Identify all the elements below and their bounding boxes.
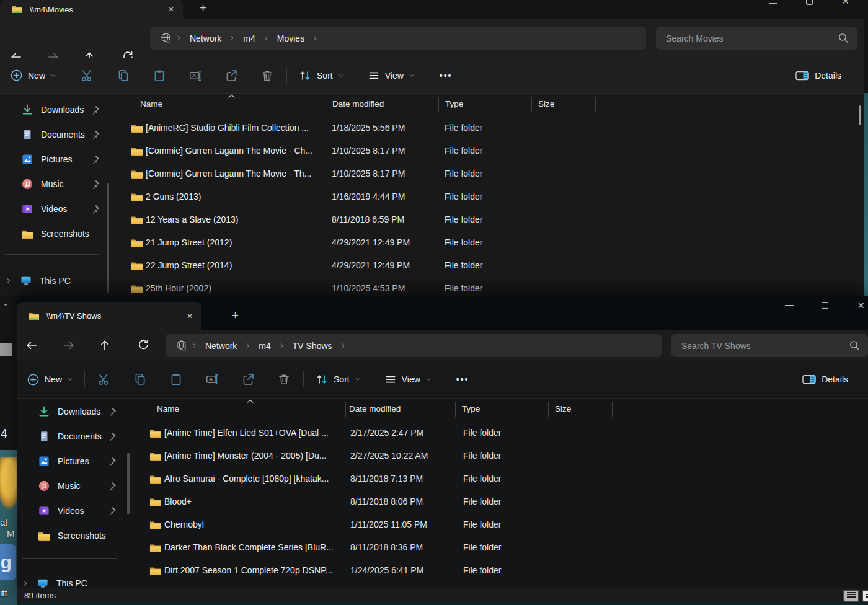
column-divider[interactable]: [345, 402, 346, 417]
close-button[interactable]: ✕: [842, 0, 849, 6]
icons-view-toggle[interactable]: [862, 590, 868, 602]
file-row[interactable]: Afro Samurai - Complete [1080p] [khatak.…: [133, 468, 868, 491]
address-bar[interactable]: Network m4 Movies: [150, 27, 646, 50]
paste-button[interactable]: [146, 65, 172, 86]
chevron-right-icon[interactable]: [340, 342, 347, 349]
copy-button[interactable]: [127, 369, 153, 390]
breadcrumb-folder[interactable]: Movies: [277, 33, 304, 43]
sidebar-item-pictures[interactable]: Pictures: [17, 449, 133, 474]
cut-button[interactable]: [74, 65, 100, 86]
breadcrumb-host[interactable]: m4: [243, 33, 255, 43]
more-options-button[interactable]: •••: [435, 67, 458, 84]
column-header-size[interactable]: Size: [555, 404, 571, 413]
search-input[interactable]: [671, 334, 868, 357]
address-bar[interactable]: Network m4 TV Shows: [166, 334, 662, 357]
rename-button[interactable]: [182, 65, 208, 86]
sidebar-scrollbar[interactable]: [127, 453, 130, 514]
breadcrumb-folder[interactable]: TV Shows: [293, 341, 332, 351]
maximize-button[interactable]: [822, 302, 828, 309]
tab-movies[interactable]: \\m4\Movies ✕: [0, 0, 183, 19]
column-divider[interactable]: [612, 402, 613, 417]
cut-button[interactable]: [91, 369, 117, 390]
copy-button[interactable]: [110, 65, 136, 86]
file-row[interactable]: 12 Years a Slave (2013) 8/11/2018 6:59 P…: [115, 209, 864, 232]
column-divider[interactable]: [548, 402, 549, 417]
chevron-right-icon[interactable]: [22, 580, 29, 587]
paste-button[interactable]: [163, 369, 189, 390]
rename-button[interactable]: [199, 369, 225, 390]
column-divider[interactable]: [595, 97, 596, 112]
delete-button[interactable]: [254, 65, 280, 86]
file-row[interactable]: [AnimeRG] Studio Ghibli Film Collection …: [115, 117, 864, 140]
column-header-name[interactable]: Name: [157, 404, 179, 413]
column-divider[interactable]: [455, 402, 456, 417]
column-header-date[interactable]: Date modified: [332, 99, 384, 108]
sidebar-item-screenshots[interactable]: Screenshots: [17, 523, 133, 548]
chevron-right-icon[interactable]: [263, 35, 270, 42]
file-row[interactable]: Darker Than Black Complete Series [BluR.…: [133, 537, 868, 560]
file-row[interactable]: [Commie] Gurren Lagann The Movie - Ch...…: [115, 140, 864, 163]
up-icon[interactable]: [99, 339, 111, 351]
view-button[interactable]: View: [363, 66, 420, 86]
file-row[interactable]: 22 Jump Street (2014) 4/29/2021 12:49 PM…: [115, 255, 864, 278]
sidebar-item-documents[interactable]: Documents: [17, 424, 133, 449]
chevron-right-icon[interactable]: [175, 35, 182, 42]
new-tab-button[interactable]: +: [200, 1, 206, 15]
sidebar-item-videos[interactable]: Videos: [17, 498, 133, 523]
file-row[interactable]: Chernobyl 1/11/2025 11:05 PM File folder: [133, 514, 868, 537]
file-row[interactable]: [Commie] Gurren Lagann The Movie - Th...…: [115, 163, 864, 186]
sidebar-item-pictures[interactable]: Pictures: [0, 147, 115, 172]
column-divider[interactable]: [531, 97, 532, 112]
close-button[interactable]: ✕: [857, 301, 865, 311]
column-divider[interactable]: [438, 97, 439, 112]
column-header-size[interactable]: Size: [538, 99, 554, 108]
refresh-icon[interactable]: [137, 339, 149, 351]
list-scrollbar[interactable]: [859, 105, 861, 125]
chevron-right-icon[interactable]: [278, 342, 285, 349]
search-input[interactable]: [656, 27, 857, 50]
chevron-right-icon[interactable]: [5, 277, 12, 285]
chevron-right-icon[interactable]: [191, 342, 198, 349]
forward-icon[interactable]: [63, 339, 75, 351]
tab-close-icon[interactable]: ✕: [168, 5, 174, 14]
tab-close-icon[interactable]: ✕: [187, 312, 193, 320]
column-header-type[interactable]: Type: [462, 404, 480, 413]
sidebar-item-documents[interactable]: Documents: [0, 122, 115, 147]
delete-button[interactable]: [271, 369, 297, 390]
details-button[interactable]: Details: [790, 66, 846, 86]
minimize-button[interactable]: [785, 305, 794, 306]
column-divider[interactable]: [329, 97, 329, 112]
sidebar-item-screenshots[interactable]: Screenshots: [0, 221, 115, 246]
sidebar-item-videos[interactable]: Videos: [0, 197, 115, 221]
sidebar-scrollbar[interactable]: [107, 183, 109, 293]
sidebar-item-this-pc[interactable]: This PC: [0, 268, 115, 293]
chevron-right-icon[interactable]: [229, 35, 236, 42]
details-button[interactable]: Details: [797, 369, 853, 389]
sort-button[interactable]: Sort: [310, 369, 366, 389]
search-icon[interactable]: [849, 340, 861, 351]
search-icon[interactable]: [838, 32, 849, 44]
back-icon[interactable]: [25, 339, 38, 351]
more-options-button[interactable]: •••: [451, 371, 474, 388]
breadcrumb-host[interactable]: m4: [259, 341, 270, 351]
minimize-button[interactable]: [769, 3, 777, 4]
share-button[interactable]: [235, 369, 261, 390]
share-button[interactable]: [218, 65, 244, 86]
new-tab-button[interactable]: +: [232, 309, 239, 322]
sidebar-item-music[interactable]: Music: [17, 474, 133, 498]
breadcrumb-network[interactable]: Network: [190, 33, 221, 43]
details-view-toggle[interactable]: [843, 590, 859, 602]
file-row[interactable]: 21 Jump Street (2012) 4/29/2021 12:49 PM…: [115, 232, 864, 255]
desktop-icon[interactable]: g: [0, 544, 16, 580]
search-box[interactable]: [671, 334, 868, 357]
view-button[interactable]: View: [379, 369, 436, 389]
search-box[interactable]: [656, 27, 857, 50]
sidebar-item-downloads[interactable]: Downloads: [17, 399, 133, 424]
column-header-name[interactable]: Name: [140, 99, 162, 108]
chevron-down-icon[interactable]: ⌄: [2, 299, 9, 307]
chevron-right-icon[interactable]: [244, 342, 251, 349]
column-header-date[interactable]: Date modified: [349, 404, 401, 413]
sidebar-item-downloads[interactable]: Downloads: [0, 97, 115, 122]
sidebar-item-music[interactable]: Music: [0, 172, 115, 197]
chevron-right-icon[interactable]: [312, 35, 319, 42]
